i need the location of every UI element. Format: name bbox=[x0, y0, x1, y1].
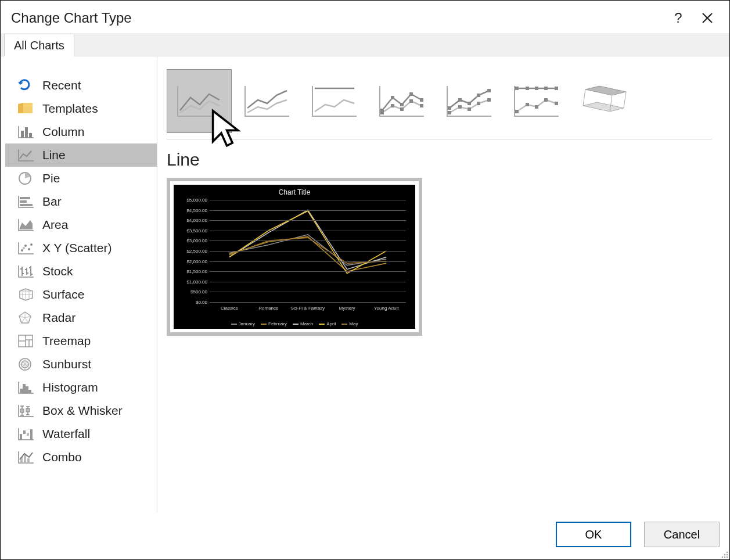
svg-rect-13 bbox=[477, 94, 480, 97]
svg-rect-10 bbox=[448, 106, 451, 110]
subtype-line-markers[interactable] bbox=[369, 69, 434, 133]
category-label: Line bbox=[42, 148, 66, 162]
pie-icon bbox=[17, 171, 34, 185]
treemap-icon bbox=[17, 334, 34, 348]
svg-rect-20 bbox=[515, 87, 519, 90]
svg-rect-29 bbox=[555, 102, 558, 105]
category-item-boxwhisker[interactable]: Box & Whisker bbox=[5, 399, 157, 422]
category-label: Histogram bbox=[42, 380, 98, 394]
subtype-3d-line[interactable] bbox=[571, 69, 636, 133]
main-panel: Line Chart Title $0.00$500.00$1,000.00$1… bbox=[157, 56, 729, 512]
dialog-title: Change Chart Type bbox=[11, 10, 661, 26]
category-item-stock[interactable]: Stock bbox=[5, 260, 157, 283]
100-stacked-line-icon bbox=[308, 80, 360, 122]
legend-item: March bbox=[293, 321, 313, 326]
svg-rect-23 bbox=[544, 87, 548, 90]
category-item-treemap[interactable]: Treemap bbox=[5, 329, 157, 353]
svg-rect-17 bbox=[468, 107, 471, 111]
subtype-100-stacked-line-markers[interactable] bbox=[504, 69, 569, 133]
svg-point-30 bbox=[722, 557, 723, 558]
category-label: Area bbox=[42, 218, 68, 232]
category-label: Box & Whisker bbox=[42, 404, 123, 418]
category-item-combo[interactable]: Combo bbox=[5, 446, 157, 469]
svg-rect-26 bbox=[526, 103, 529, 106]
category-label: Column bbox=[42, 125, 84, 139]
chart-title: Chart Title bbox=[174, 185, 415, 196]
resize-grip-icon[interactable] bbox=[719, 549, 728, 558]
close-button[interactable] bbox=[696, 6, 719, 30]
x-tick-label: Mystery bbox=[339, 306, 355, 311]
tab-all-charts[interactable]: All Charts bbox=[4, 34, 74, 56]
y-tick-label: $4,500.00 bbox=[186, 207, 207, 213]
category-label: Sunburst bbox=[42, 357, 91, 371]
y-tick-label: $3,000.00 bbox=[186, 238, 207, 243]
x-tick-label: Sci-Fi & Fantasy bbox=[291, 306, 325, 311]
svg-point-33 bbox=[724, 554, 725, 555]
radar-icon bbox=[17, 311, 34, 325]
category-item-sunburst[interactable]: Sunburst bbox=[5, 353, 157, 376]
category-item-recent[interactable]: Recent bbox=[5, 74, 157, 97]
category-item-scatter[interactable]: X Y (Scatter) bbox=[5, 236, 157, 260]
category-item-column[interactable]: Column bbox=[5, 120, 157, 143]
histogram-icon bbox=[17, 380, 34, 394]
svg-rect-4 bbox=[420, 98, 423, 102]
category-item-waterfall[interactable]: Waterfall bbox=[5, 422, 157, 446]
category-label: Surface bbox=[42, 288, 84, 301]
combo-icon bbox=[17, 450, 34, 464]
category-label: Recent bbox=[42, 78, 81, 92]
category-label: Treemap bbox=[42, 334, 91, 348]
svg-rect-11 bbox=[458, 98, 462, 102]
column-icon bbox=[17, 125, 34, 139]
gridline: $1,000.00 bbox=[210, 282, 406, 282]
y-tick-label: $1,000.00 bbox=[186, 279, 207, 284]
gridline: $2,500.00 bbox=[210, 251, 406, 252]
y-tick-label: $2,000.00 bbox=[186, 259, 207, 264]
category-item-templates[interactable]: Templates bbox=[5, 97, 157, 120]
bar-icon bbox=[17, 195, 34, 209]
chart-preview[interactable]: Chart Title $0.00$500.00$1,000.00$1,500.… bbox=[167, 178, 422, 336]
category-item-line[interactable]: Line bbox=[5, 143, 157, 167]
gridline: $0.00 bbox=[210, 302, 406, 303]
category-item-bar[interactable]: Bar bbox=[5, 190, 157, 213]
svg-rect-8 bbox=[409, 99, 413, 103]
3d-line-icon bbox=[577, 80, 630, 122]
category-label: X Y (Scatter) bbox=[42, 241, 112, 255]
svg-rect-19 bbox=[487, 98, 491, 102]
svg-rect-24 bbox=[555, 87, 558, 90]
legend-item: February bbox=[261, 321, 287, 326]
svg-rect-14 bbox=[487, 89, 491, 92]
subtype-stacked-line[interactable] bbox=[234, 69, 299, 133]
category-item-histogram[interactable]: Histogram bbox=[5, 376, 157, 399]
svg-rect-21 bbox=[526, 87, 529, 90]
gridline: $2,000.00 bbox=[210, 261, 406, 262]
svg-point-34 bbox=[727, 554, 728, 555]
svg-rect-22 bbox=[535, 87, 538, 90]
category-item-radar[interactable]: Radar bbox=[5, 306, 157, 329]
y-tick-label: $4,000.00 bbox=[186, 218, 207, 223]
category-item-pie[interactable]: Pie bbox=[5, 167, 157, 190]
y-tick-label: $500.00 bbox=[190, 289, 207, 295]
subtype-100-stacked-line[interactable] bbox=[301, 69, 366, 133]
svg-point-35 bbox=[727, 552, 728, 553]
svg-rect-27 bbox=[535, 105, 538, 109]
y-tick-label: $0.00 bbox=[196, 300, 207, 305]
category-item-area[interactable]: Area bbox=[5, 213, 157, 236]
category-item-surface[interactable]: Surface bbox=[5, 283, 157, 306]
y-tick-label: $1,500.00 bbox=[186, 269, 207, 274]
category-label: Stock bbox=[42, 264, 73, 278]
category-label: Bar bbox=[42, 195, 62, 209]
subtype-stacked-line-markers[interactable] bbox=[436, 69, 501, 133]
subtype-line[interactable] bbox=[167, 69, 232, 133]
cancel-button[interactable]: Cancel bbox=[644, 522, 720, 547]
100-stacked-line-markers-icon bbox=[510, 80, 562, 122]
templates-icon bbox=[17, 102, 34, 116]
gridline: $1,500.00 bbox=[210, 271, 406, 272]
help-button[interactable]: ? bbox=[667, 6, 690, 30]
svg-rect-3 bbox=[409, 92, 413, 96]
legend-item: May bbox=[341, 321, 358, 326]
surface-icon bbox=[17, 288, 34, 301]
recent-icon bbox=[17, 78, 34, 92]
x-tick-label: Romance bbox=[258, 306, 278, 311]
legend-item: January bbox=[231, 321, 255, 326]
ok-button[interactable]: OK bbox=[556, 522, 631, 547]
